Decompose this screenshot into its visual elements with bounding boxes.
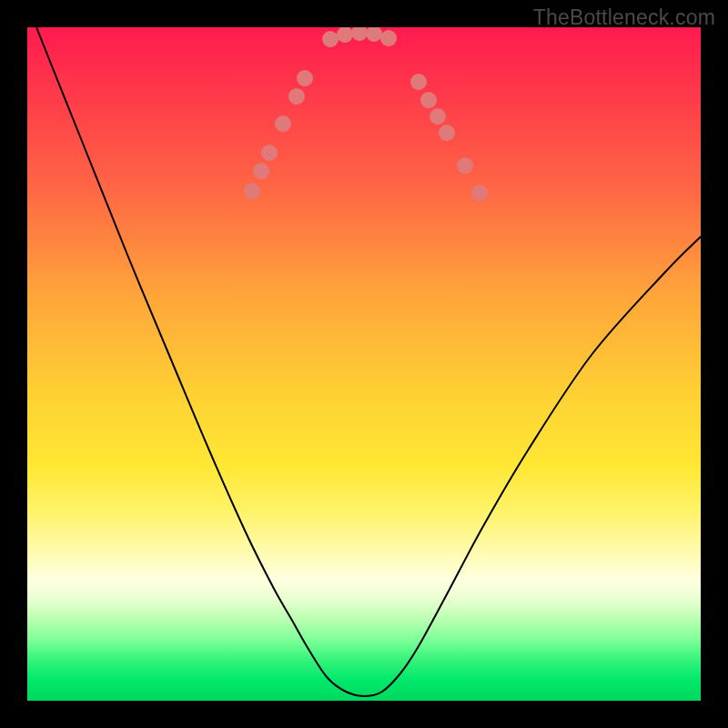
curve-svg bbox=[27, 27, 701, 701]
left-marker-2 bbox=[253, 163, 269, 179]
chart-frame: TheBottleneck.com bbox=[0, 0, 728, 728]
markers-group bbox=[244, 27, 488, 201]
right-marker-6 bbox=[471, 185, 488, 201]
left-marker-5 bbox=[288, 88, 305, 105]
bottom-marker-4 bbox=[366, 27, 382, 42]
right-marker-2 bbox=[420, 92, 437, 108]
bottleneck-curve bbox=[36, 27, 701, 696]
left-marker-3 bbox=[261, 145, 278, 161]
left-marker-1 bbox=[244, 183, 260, 199]
bottom-marker-3 bbox=[351, 27, 368, 41]
right-marker-5 bbox=[457, 157, 473, 174]
right-marker-4 bbox=[439, 125, 455, 141]
plot-area bbox=[27, 27, 701, 701]
bottom-marker-2 bbox=[337, 27, 353, 43]
watermark-text: TheBottleneck.com bbox=[533, 5, 715, 30]
left-marker-4 bbox=[275, 116, 291, 132]
bottom-marker-5 bbox=[380, 30, 397, 46]
bottom-marker-1 bbox=[322, 31, 339, 47]
right-marker-1 bbox=[410, 74, 427, 90]
left-marker-6 bbox=[297, 70, 313, 86]
right-marker-3 bbox=[430, 108, 446, 125]
